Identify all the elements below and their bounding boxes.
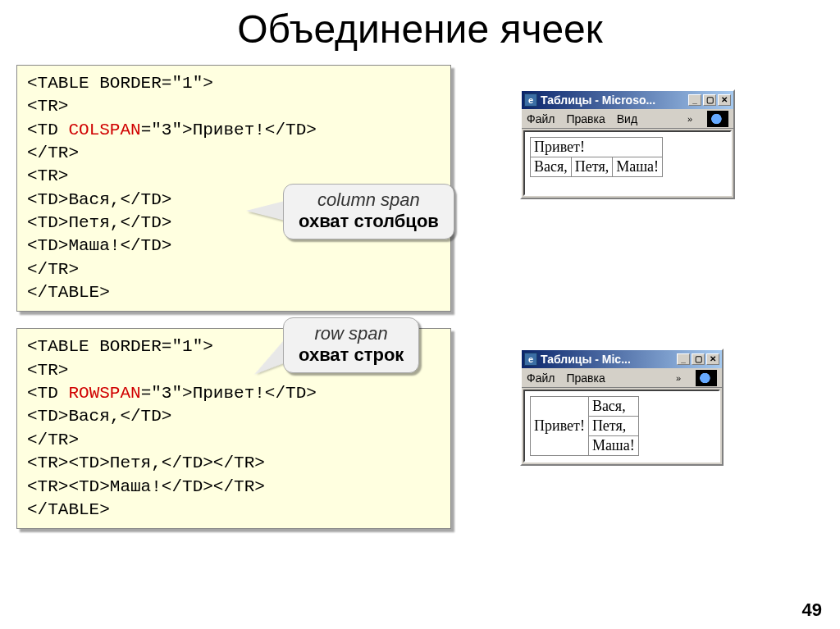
- ie-icon: e: [524, 353, 537, 366]
- window-title: Таблицы - Microso...: [541, 93, 688, 107]
- table-cell: Вася,: [531, 157, 572, 177]
- callout-colspan: column span охват столбцов: [283, 184, 454, 239]
- table-cell: Маша!: [613, 157, 663, 177]
- callout-en: row span: [299, 323, 404, 344]
- code-line: </TABLE>: [27, 281, 441, 304]
- menubar: Файл Правка Вид »: [522, 109, 733, 129]
- table-cell: Привет!: [531, 138, 663, 157]
- callout-ru: охват строк: [299, 344, 404, 366]
- code-line: </TABLE>: [27, 499, 441, 522]
- code-line: <TR>: [27, 95, 441, 118]
- menu-file[interactable]: Файл: [527, 371, 555, 385]
- table-cell: Вася,: [588, 397, 638, 417]
- code-line: <TD COLSPAN="3">Привет!</TD>: [27, 119, 441, 142]
- keyword-colspan: COLSPAN: [68, 121, 140, 139]
- throbber-icon: [707, 111, 728, 127]
- code-line: <TR><TD>Петя,</TD></TR>: [27, 452, 441, 475]
- rendered-table: Привет! Вася, Петя, Маша!: [530, 396, 639, 456]
- rendered-table: Привет! Вася, Петя, Маша!: [530, 137, 663, 177]
- menubar: Файл Правка »: [522, 368, 722, 388]
- browser-window-colspan: e Таблицы - Microso... _ ▢ ✕ Файл Правка…: [520, 89, 735, 199]
- titlebar: e Таблицы - Mic... _ ▢ ✕: [522, 350, 722, 368]
- window-title: Таблицы - Mic...: [541, 353, 677, 366]
- code-line: <TABLE BORDER="1">: [27, 72, 441, 95]
- menu-edit[interactable]: Правка: [566, 112, 605, 125]
- callout-ru: охват столбцов: [299, 211, 439, 232]
- throbber-icon: [696, 370, 717, 386]
- menu-file[interactable]: Файл: [527, 112, 555, 125]
- page-number: 49: [802, 599, 822, 621]
- client-area: Привет! Вася, Петя, Маша!: [523, 130, 732, 196]
- keyword-rowspan: ROWSPAN: [68, 384, 140, 403]
- table-cell: Привет!: [531, 397, 589, 456]
- close-button[interactable]: ✕: [718, 94, 731, 106]
- minimize-button[interactable]: _: [688, 94, 701, 106]
- minimize-button[interactable]: _: [677, 353, 690, 365]
- menu-edit[interactable]: Правка: [566, 371, 605, 385]
- menu-more-icon[interactable]: »: [673, 373, 684, 383]
- code-line: </TR>: [27, 142, 441, 165]
- code-line: </TR>: [27, 258, 441, 281]
- close-button[interactable]: ✕: [706, 353, 719, 365]
- code-line: </TR>: [27, 429, 441, 452]
- page-title: Объединение ячеек: [0, 7, 840, 52]
- titlebar: e Таблицы - Microso... _ ▢ ✕: [522, 91, 733, 109]
- client-area: Привет! Вася, Петя, Маша!: [523, 390, 720, 463]
- maximize-button[interactable]: ▢: [692, 353, 705, 365]
- ie-icon: e: [524, 93, 537, 107]
- code-line: <TD>Вася,</TD>: [27, 405, 441, 428]
- menu-more-icon[interactable]: »: [684, 114, 696, 124]
- maximize-button[interactable]: ▢: [703, 94, 716, 106]
- menu-view[interactable]: Вид: [617, 112, 637, 125]
- code-line: <TD ROWSPAN="3">Привет!</TD>: [27, 382, 441, 405]
- table-cell: Петя,: [571, 157, 612, 177]
- callout-en: column span: [299, 189, 439, 211]
- table-cell: Петя,: [588, 417, 638, 436]
- callout-rowspan: row span охват строк: [283, 317, 419, 373]
- code-line: <TR><TD>Маша!</TD></TR>: [27, 476, 441, 499]
- browser-window-rowspan: e Таблицы - Mic... _ ▢ ✕ Файл Правка » П…: [520, 349, 724, 466]
- table-cell: Маша!: [588, 436, 638, 456]
- content-area: <TABLE BORDER="1"> <TR> <TD COLSPAN="3">…: [0, 65, 840, 529]
